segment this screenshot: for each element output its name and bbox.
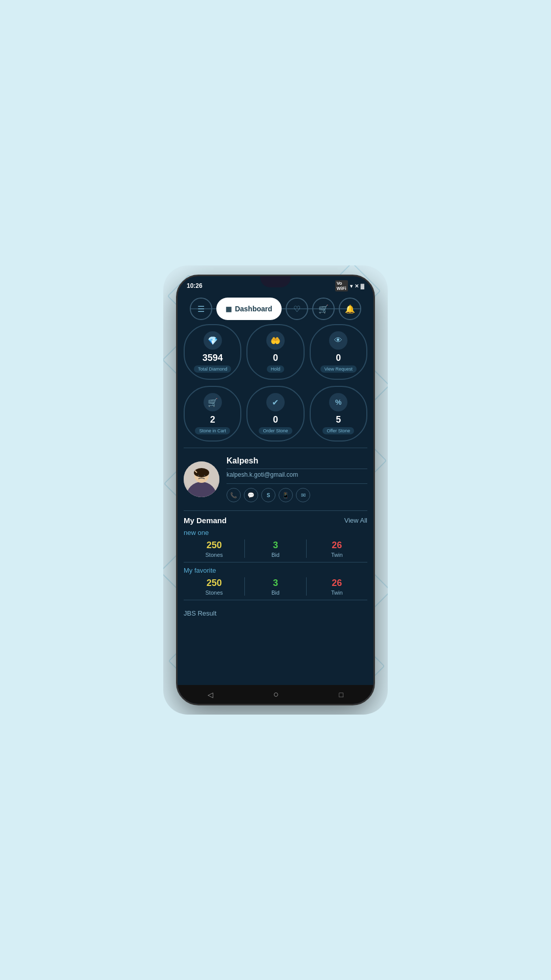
percent-icon: % xyxy=(329,393,347,411)
dashboard-label: Dashboard xyxy=(235,305,272,313)
twin-label-1: Twin xyxy=(331,590,343,596)
profile-email: kalpesh.k.goti@gmail.com xyxy=(227,471,367,478)
stones-label-1: Stones xyxy=(206,590,223,596)
hold-label: Hold xyxy=(267,365,285,373)
demand-bid-1: 3 Bid xyxy=(245,578,306,596)
bid-label-0: Bid xyxy=(271,552,280,558)
cross-icon: ✕ xyxy=(355,283,359,289)
demand-header: My Demand View All xyxy=(184,516,367,525)
twin-value-0: 26 xyxy=(332,540,342,551)
android-nav: ◁ ○ □ xyxy=(178,685,373,704)
stat-hold[interactable]: 🤲 0 Hold xyxy=(246,324,304,380)
demand-item-0: new one 250 Stones 3 Bid 26 xyxy=(184,529,367,558)
stone-cart-label: Stone in Cart xyxy=(195,427,230,434)
view-label: View Request xyxy=(320,365,357,373)
time: 10:26 xyxy=(187,282,203,289)
phone-frame: 10:26 VoWiFi ▾ ✕ ▓ ☰ ▦ Dashboard xyxy=(176,275,375,705)
whatsapp-contact[interactable]: 📱 xyxy=(279,488,293,502)
cart2-icon: 🛒 xyxy=(204,393,222,411)
avatar-svg xyxy=(184,461,219,497)
battery-icon: ▓ xyxy=(361,283,364,289)
stat-stone-cart[interactable]: 🛒 2 Stone in Cart xyxy=(184,386,241,442)
demand-twin-0: 26 Twin xyxy=(307,540,367,558)
avatar xyxy=(184,461,219,497)
offer-stone-label: Offer Stone xyxy=(322,427,354,434)
demand-item-1-stats: 250 Stones 3 Bid 26 Twin xyxy=(184,577,367,596)
svg-point-3 xyxy=(198,475,199,477)
profile-info: Kalpesh kalpesh.k.goti@gmail.com 📞 💬 S 📱… xyxy=(227,456,367,502)
vowifi-icon: VoWiFi xyxy=(335,280,348,291)
search-button[interactable]: ♡ xyxy=(286,298,308,320)
jbs-section: JBS Result xyxy=(184,604,367,622)
stats-row-1: 💎 3594 Total Diamond 🤲 0 Hold 👁 0 View R… xyxy=(184,324,367,380)
skype-contact[interactable]: S xyxy=(261,488,276,502)
stones-value-0: 250 xyxy=(207,540,222,551)
jbs-label: JBS Result xyxy=(184,609,216,617)
divider-3 xyxy=(184,562,367,562)
order-stone-value: 0 xyxy=(273,414,278,425)
stat-total-diamond[interactable]: 💎 3594 Total Diamond xyxy=(184,324,241,380)
nav-bar: ☰ ▦ Dashboard ♡ 🛒 🔔 xyxy=(178,293,373,324)
stone-cart-value: 2 xyxy=(210,414,215,425)
menu-button[interactable]: ☰ xyxy=(190,298,212,320)
svg-point-0 xyxy=(186,482,217,497)
view-all-button[interactable]: View All xyxy=(344,517,367,524)
email-contact[interactable]: ✉ xyxy=(296,488,310,502)
avatar-bg xyxy=(184,461,219,497)
demand-stones-0: 250 Stones xyxy=(184,540,244,558)
stones-value-1: 250 xyxy=(207,578,222,589)
bid-label-1: Bid xyxy=(271,590,280,596)
cart-icon: 🛒 xyxy=(318,304,329,314)
hold-value: 0 xyxy=(273,353,278,363)
divider-4 xyxy=(184,600,367,600)
signal-icon: ▾ xyxy=(350,283,353,289)
stats-row-2: 🛒 2 Stone in Cart ✔ 0 Order Stone % 5 Of… xyxy=(184,386,367,442)
bell-icon: 🔔 xyxy=(345,304,355,314)
twin-value-1: 26 xyxy=(332,578,342,589)
view-icon: 👁 xyxy=(329,331,347,350)
demand-title: My Demand xyxy=(184,516,227,525)
divider-1 xyxy=(184,448,367,448)
phone-contact[interactable]: 📞 xyxy=(227,488,241,502)
stat-order-stone[interactable]: ✔ 0 Order Stone xyxy=(246,386,304,442)
main-content: 💎 3594 Total Diamond 🤲 0 Hold 👁 0 View R… xyxy=(178,324,373,685)
bell-button[interactable]: 🔔 xyxy=(339,298,361,320)
demand-stones-1: 250 Stones xyxy=(184,578,244,596)
profile-section: Kalpesh kalpesh.k.goti@gmail.com 📞 💬 S 📱… xyxy=(184,452,367,506)
offer-stone-value: 5 xyxy=(336,414,341,425)
notch xyxy=(260,276,291,287)
bid-value-1: 3 xyxy=(273,578,278,589)
bid-value-0: 3 xyxy=(273,540,278,551)
demand-item-0-stats: 250 Stones 3 Bid 26 Twin xyxy=(184,540,367,558)
menu-icon: ☰ xyxy=(197,304,205,314)
order-stone-label: Order Stone xyxy=(259,427,292,434)
diamond-icon: 💎 xyxy=(204,331,222,350)
twin-label-0: Twin xyxy=(331,552,343,558)
stat-view-request[interactable]: 👁 0 View Request xyxy=(310,324,367,380)
hold-icon: 🤲 xyxy=(266,331,285,350)
phone-screen: 10:26 VoWiFi ▾ ✕ ▓ ☰ ▦ Dashboard xyxy=(178,276,373,704)
svg-point-4 xyxy=(204,475,206,477)
demand-bid-0: 3 Bid xyxy=(245,540,306,558)
cart-button[interactable]: 🛒 xyxy=(312,298,335,320)
stones-label-0: Stones xyxy=(206,552,223,558)
stat-offer-stone[interactable]: % 5 Offer Stone xyxy=(310,386,367,442)
wechat-contact[interactable]: 💬 xyxy=(244,488,258,502)
recent-button[interactable]: □ xyxy=(339,691,343,699)
total-diamond-value: 3594 xyxy=(203,353,223,363)
check-icon: ✔ xyxy=(266,393,285,411)
demand-item-0-label: new one xyxy=(184,529,367,536)
total-diamond-label: Total Diamond xyxy=(194,365,232,373)
home-button[interactable]: ○ xyxy=(273,689,279,700)
dashboard-button[interactable]: ▦ Dashboard xyxy=(216,298,281,320)
contact-icons: 📞 💬 S 📱 ✉ xyxy=(227,488,367,502)
heart-icon: ♡ xyxy=(293,304,300,314)
back-button[interactable]: ◁ xyxy=(208,691,213,699)
demand-item-1: My favorite 250 Stones 3 Bid xyxy=(184,567,367,596)
svg-point-2 xyxy=(194,468,209,477)
status-icons: VoWiFi ▾ ✕ ▓ xyxy=(335,280,364,291)
demand-twin-1: 26 Twin xyxy=(307,578,367,596)
profile-name: Kalpesh xyxy=(227,456,367,465)
demand-item-1-label: My favorite xyxy=(184,567,367,574)
divider-2 xyxy=(184,510,367,511)
